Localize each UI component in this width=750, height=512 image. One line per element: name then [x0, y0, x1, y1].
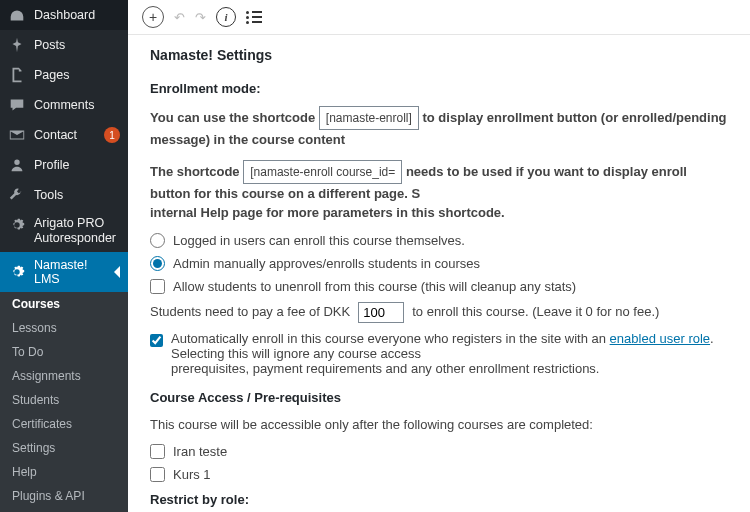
course-access-heading: Course Access / Pre-requisites: [150, 390, 728, 405]
sidebar-submenu: Courses Lessons To Do Assignments Studen…: [0, 292, 128, 512]
checkbox-prereq-2[interactable]: [150, 467, 165, 482]
sidebar-item-pages[interactable]: Pages: [0, 60, 128, 90]
shortcode-info-2: The shortcode [namaste-enroll course_id=…: [150, 160, 728, 223]
shortcode-info-1: You can use the shortcode [namaste-enrol…: [150, 106, 728, 150]
submenu-item-assignments[interactable]: Assignments: [0, 364, 128, 388]
checkbox-auto-enroll[interactable]: [150, 333, 163, 348]
submenu-item-plugins[interactable]: Plugins & API: [0, 484, 128, 508]
submenu-item-lessons[interactable]: Lessons: [0, 316, 128, 340]
radio-self-enroll-label: Logged in users can enroll this course t…: [173, 233, 465, 248]
submenu-item-certificates[interactable]: Certificates: [0, 412, 128, 436]
sidebar-item-dashboard[interactable]: Dashboard: [0, 0, 128, 30]
comment-icon: [8, 96, 26, 114]
mail-icon: [8, 126, 26, 144]
undo-button[interactable]: ↶: [174, 10, 185, 25]
fee-label-pre: Students need to pay a fee of DKK: [150, 302, 350, 322]
editor-toolbar: + ↶ ↷ i: [128, 0, 750, 35]
radio-admin-approve[interactable]: [150, 256, 165, 271]
sidebar-item-label: Posts: [34, 38, 65, 52]
sidebar-item-label: Dashboard: [34, 8, 95, 22]
enabled-user-role-link[interactable]: enabled user role: [610, 331, 710, 346]
admin-sidebar: Dashboard Posts Pages Comments Contact 1…: [0, 0, 128, 512]
fee-input[interactable]: [358, 302, 404, 323]
submenu-item-connect[interactable]: Namaste! Connect: [0, 508, 128, 512]
sidebar-item-label: Profile: [34, 158, 69, 172]
sidebar-item-comments[interactable]: Comments: [0, 90, 128, 120]
shortcode-box-2[interactable]: [namaste-enroll course_id=: [243, 160, 402, 184]
checkbox-unenroll-label: Allow students to unenroll from this cou…: [173, 279, 576, 294]
sidebar-item-namaste[interactable]: Namaste! LMS: [0, 252, 128, 292]
submenu-item-todo[interactable]: To Do: [0, 340, 128, 364]
sidebar-item-label: Namaste! LMS: [34, 258, 106, 286]
checkbox-prereq-1[interactable]: [150, 444, 165, 459]
sidebar-item-label: Pages: [34, 68, 69, 82]
submenu-item-students[interactable]: Students: [0, 388, 128, 412]
submenu-item-help[interactable]: Help: [0, 460, 128, 484]
sidebar-item-profile[interactable]: Profile: [0, 150, 128, 180]
submenu-item-settings[interactable]: Settings: [0, 436, 128, 460]
notification-badge: 1: [104, 127, 120, 143]
active-arrow-icon: [114, 266, 120, 278]
checkbox-auto-enroll-label: Automatically enroll in this course ever…: [171, 331, 728, 376]
submenu-item-courses[interactable]: Courses: [0, 292, 128, 316]
page-icon: [8, 66, 26, 84]
sidebar-item-arigato[interactable]: Arigato PRO Autoresponder: [0, 210, 128, 252]
page-title: Namaste! Settings: [150, 47, 728, 63]
sidebar-item-posts[interactable]: Posts: [0, 30, 128, 60]
outline-button[interactable]: [246, 11, 262, 24]
prereq-1-label: Iran teste: [173, 444, 227, 459]
enrollment-mode-heading: Enrollment mode:: [150, 81, 728, 96]
redo-button[interactable]: ↷: [195, 10, 206, 25]
sidebar-item-label: Contact: [34, 128, 77, 142]
info-button[interactable]: i: [216, 7, 236, 27]
wrench-icon: [8, 186, 26, 204]
radio-admin-approve-label: Admin manually approves/enrolls students…: [173, 256, 480, 271]
restrict-role-heading: Restrict by role:: [150, 492, 728, 507]
gear-icon: [8, 216, 26, 234]
sidebar-item-label: Tools: [34, 188, 63, 202]
fee-label-post: to enroll this course. (Leave it 0 for n…: [412, 302, 659, 322]
sidebar-item-label: Comments: [34, 98, 94, 112]
prereq-2-label: Kurs 1: [173, 467, 211, 482]
pin-icon: [8, 36, 26, 54]
sidebar-item-tools[interactable]: Tools: [0, 180, 128, 210]
sidebar-item-contact[interactable]: Contact 1: [0, 120, 128, 150]
gear-icon: [8, 263, 26, 281]
add-block-button[interactable]: +: [142, 6, 164, 28]
user-icon: [8, 156, 26, 174]
sidebar-item-label: Arigato PRO Autoresponder: [34, 216, 120, 246]
main-content: + ↶ ↷ i Namaste! Settings Enrollment mod…: [128, 0, 750, 512]
checkbox-unenroll[interactable]: [150, 279, 165, 294]
course-access-text: This course will be accessible only afte…: [150, 415, 728, 435]
settings-panel: Namaste! Settings Enrollment mode: You c…: [128, 35, 750, 512]
shortcode-box-1[interactable]: [namaste-enroll]: [319, 106, 419, 130]
radio-self-enroll[interactable]: [150, 233, 165, 248]
dashboard-icon: [8, 6, 26, 24]
